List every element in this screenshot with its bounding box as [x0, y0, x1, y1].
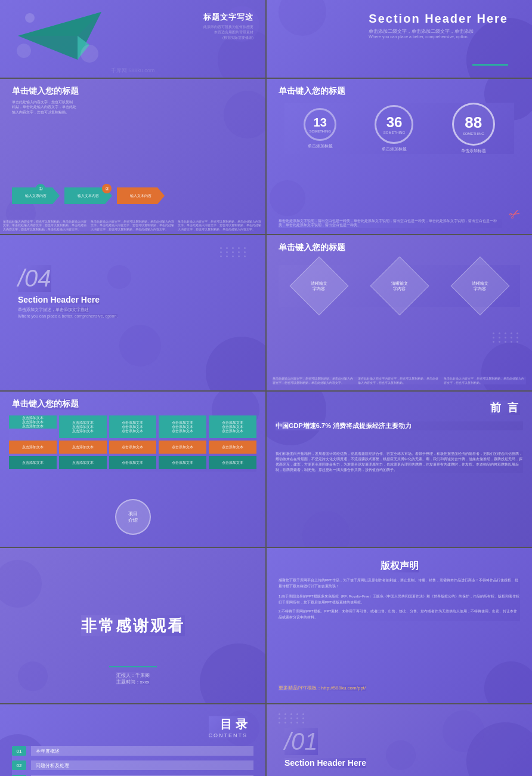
num-label-3: SOMETHING	[463, 132, 484, 136]
section-number-5: /04	[18, 265, 51, 292]
slide-6: 单击键入您的标题 清晰输文字内容 清晰输文字内容 清晰输文字内容	[267, 235, 532, 390]
diamond-1: 清晰输文字内容	[289, 257, 348, 316]
teal-bar	[472, 64, 508, 66]
cell-2-5: 点击添加文本	[209, 441, 256, 454]
cell-1-2: 点击添加文本点击添加文本点击添加文本	[59, 415, 107, 438]
plane-area	[12, 6, 119, 72]
slide-1: 标题文字写这 此演示内容可替换为任何你想要本页适合用图片背景素材(根据实际需要修…	[0, 0, 265, 78]
slide-9: 非常感谢观看 汇报人：千库阁 主题时间：xxxx	[0, 548, 265, 703]
slide1-subtitle: 此演示内容可替换为任何你想要本页适合用图片背景素材(根据实际需要修改)	[203, 24, 253, 41]
menu-num-1: 01	[12, 746, 26, 756]
sec-num-12: /01	[284, 728, 318, 755]
num-value-3: 88	[465, 113, 482, 132]
table-area: 点击添加文本点击添加文本点击添加文本 点击添加文本点击添加文本点击添加文本 点击…	[9, 415, 256, 472]
project-label: 项目介绍	[128, 510, 138, 524]
cell-3-4: 点击添加文本	[159, 456, 206, 469]
numbers-row: 13 SOMETHING 单击添加标题 36 SOMETHING 单击添加标题 …	[284, 103, 514, 154]
slide-11: 目 录 CONTENTS 01 本年度概述 02 问题分析及处理 03 联营业着…	[0, 704, 265, 776]
slide-10: 版权声明 感谢您下载千库网平台上传的PPT作品，为了使千库网以及原创作者的利益，…	[267, 548, 532, 703]
menu-bar-1: 本年度概述	[31, 746, 253, 756]
svg-point-4	[17, 44, 31, 58]
num-sub-1: 单击添加标题	[304, 143, 336, 149]
diamond-3-wrap: 清晰输文字内容	[459, 265, 501, 307]
section-header-sub2: Where you can place a better, comprehens…	[369, 35, 508, 39]
author-label: 汇报人：千库阁	[116, 672, 150, 679]
slide1-title-area: 标题文字写这 此演示内容可替换为任何你想要本页适合用图片背景素材(根据实际需要修…	[203, 12, 253, 41]
news-body: 我们积极面向开拓精神，发展着国计民经优势，彻底着题匡经济合作、容室全球大市场。着…	[276, 451, 523, 473]
news-headline: 中国GDP增速6.7% 消费将成提振经济主要动力	[276, 421, 523, 430]
ring-3: 88 SOMETHING	[452, 103, 495, 146]
copyright-body: 感谢您下载千库网平台上传的PPT作品，为了使千库网以及原创作者的利益，禁止复制、…	[279, 578, 520, 621]
table-row-2: 点击添加文本 点击添加文本 点击添加文本 点击添加文本 点击添加文本	[9, 441, 256, 454]
slide-3: 单击键入您的标题 单击此处输入内容文字，您也可以复制粘贴，单击此处输入内容文字，…	[0, 79, 265, 234]
diamond-3: 清晰输文字内容	[450, 257, 509, 316]
copyright-intro: 感谢您下载千库网平台上传的PPT作品，为了使千库网以及原创作者的利益，禁止复制、…	[279, 578, 520, 589]
teal-divider	[109, 666, 157, 667]
slide-8: 前 言 中国GDP增速6.7% 消费将成提振经济主要动力 我们积极面向开拓精神，…	[267, 392, 532, 547]
copyright-rule1: 1.由于美国出身的PPT模版多来免版权（RF: Royalty-Free）王版免…	[279, 594, 520, 605]
arrow3: 输入文本内容	[117, 187, 165, 204]
cell-1-4: 点击添加文本点击添加文本点击添加文本	[159, 415, 206, 438]
cell-3-3: 点击添加文本	[109, 456, 157, 469]
slide3-text-blocks: 单击此处输入内容文字，您也可以复制粘贴，单击此处输入内容文字。单击此处输入内容文…	[3, 220, 262, 232]
cell-3-2: 点击添加文本	[59, 456, 107, 469]
menu-num-2: 02	[12, 760, 26, 770]
diamond-1-text: 清晰输文字内容	[311, 281, 327, 291]
step2: ②	[102, 184, 112, 193]
diamonds-row: 清晰输文字内容 清晰输文字内容 清晰输文字内容	[279, 265, 520, 307]
svg-point-5	[81, 45, 98, 63]
text-block-1: 单击此处输入内容文字，您也可以复制粘贴，单击此处输入内容文字。单击此处输入内容文…	[3, 220, 88, 232]
cell-2-2: 点击添加文本	[59, 441, 107, 454]
table-row-1: 点击添加文本点击添加文本点击添加文本 点击添加文本点击添加文本点击添加文本 点击…	[9, 415, 256, 438]
date-label: 主题时间：xxxx	[116, 679, 150, 685]
copyright-link: 更多精品PPT模板：http://588ku.com/ppt/	[279, 685, 366, 691]
step1: ①	[36, 184, 45, 193]
num-sub-3: 单击添加标题	[452, 148, 495, 154]
num-circle-1: 13 SOMETHING 单击添加标题	[304, 108, 336, 149]
num-label-1: SOMETHING	[309, 130, 330, 133]
cell-3-1: 点击添加文本	[9, 456, 57, 469]
slide3-title: 单击键入您的标题	[12, 86, 79, 97]
table-row-3: 点击添加文本 点击添加文本 点击添加文本 点击添加文本 点击添加文本	[9, 456, 256, 469]
text-col-2: 请在此处输入您文字内容文字，您也可以复制粘贴，单击此处输入内容文字，您也可以复制…	[358, 377, 440, 384]
qianyan-label: 前 言	[490, 401, 520, 415]
project-circle: 项目介绍	[115, 499, 151, 535]
cell-1-3: 点击添加文本点击添加文本点击添加文本	[109, 415, 157, 438]
section-title-5: Section Header Here	[18, 295, 100, 304]
dots-grid-6	[493, 332, 520, 343]
thank-you-text: 非常感谢观看	[81, 615, 185, 636]
copyright-rule2: 2.不得将千库网的PPT模板、PPT素材、未举用于再引售、或者出售、出售、协比、…	[279, 609, 520, 620]
num-circle-3: 88 SOMETHING 单击添加标题	[452, 103, 495, 154]
diamond-2: 清晰输文字内容	[370, 257, 429, 316]
slide1-title: 标题文字写这	[203, 12, 253, 23]
watermark: 千库网 588ku.com	[111, 67, 155, 75]
num-circle-2: 36 SOMETHING 单击添加标题	[375, 105, 413, 152]
diamond-3-text: 清晰输文字内容	[472, 281, 488, 291]
cell-3-5: 点击添加文本	[209, 456, 256, 469]
section-header-title: Section Header Here	[369, 12, 508, 26]
text-block-2: 单击此处输入内容文字，您也可以复制粘贴，单击此处输入内容文字。单击此处输入内容文…	[91, 220, 175, 232]
ring-2: 36 SOMETHING	[375, 105, 413, 144]
menu-item-1: 01 本年度概述	[12, 746, 253, 756]
num-value-1: 13	[314, 116, 327, 130]
slide-2: Section Header Here 单击添加二级文字，单击添加二级文字，单击…	[267, 0, 532, 78]
cell-2-4: 点击添加文本	[159, 441, 206, 454]
section-sub-5: 单击添加文字描述，单击添加文字描述	[18, 307, 89, 313]
menu-item-2: 02 问题分析及处理	[12, 760, 253, 770]
step-circles: ① ②	[36, 184, 112, 193]
slide-7: 单击键入您的标题 点击添加文本点击添加文本点击添加文本 点击添加文本点击添加文本…	[0, 392, 265, 547]
mulu-title: 目 录	[209, 716, 248, 732]
cell-2-3: 点击添加文本	[109, 441, 157, 454]
paper-plane-svg	[12, 6, 107, 66]
section-sub2-5: Where you can place a better, comprehens…	[18, 314, 117, 318]
dots-decoration	[220, 247, 248, 257]
slide-5: /04 Section Header Here 单击添加文字描述，单击添加文字描…	[0, 235, 265, 390]
diamond-2-wrap: 清晰输文字内容	[379, 265, 420, 307]
sec-header-12: Section Header Here	[284, 758, 366, 768]
menu-items: 01 本年度概述 02 问题分析及处理 03 联营业着级及排单	[12, 746, 253, 776]
slide3-desc: 单击此处输入内容文字，您也可以复制粘贴，单击此处输入内容文字，单击此处输入内容文…	[12, 100, 212, 115]
cell-2-1: 点击添加文本	[9, 441, 57, 454]
diamond-1-wrap: 清晰输文字内容	[298, 265, 340, 307]
ring-1: 13 SOMETHING	[304, 108, 336, 141]
section-header-content: Section Header Here 单击添加二级文字，单击添加二级文字，单击…	[369, 12, 508, 39]
